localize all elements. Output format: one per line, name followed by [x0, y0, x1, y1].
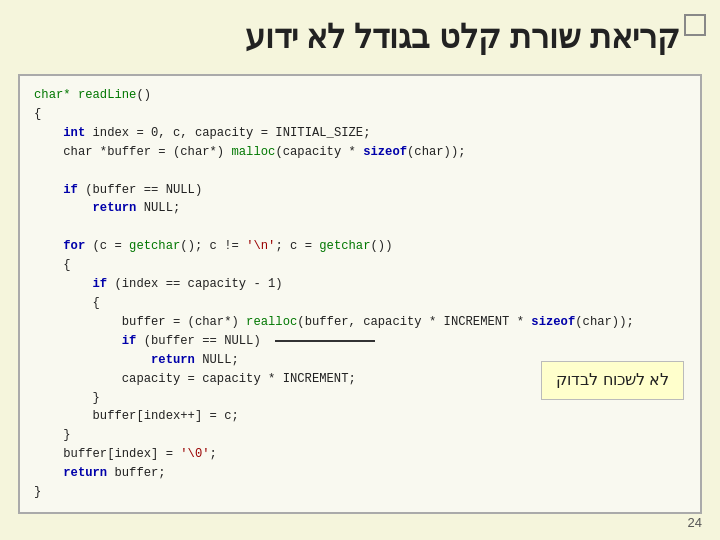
title-area: קריאת שורת קלט בגודל לא ידוע [0, 0, 720, 66]
tooltip-box: לא לשכוח לבדוק [541, 361, 684, 400]
page-number: 24 [688, 515, 702, 530]
code-line-18: buffer[index++] = c; [34, 407, 686, 426]
code-line-22: } [34, 483, 686, 502]
code-line-4: char *buffer = (char*) malloc(capacity *… [34, 143, 686, 162]
code-line-21: return buffer; [34, 464, 686, 483]
code-token: malloc [231, 145, 275, 159]
code-line-7: return NULL; [34, 199, 686, 218]
code-string: '\0' [180, 447, 209, 461]
code-string: '\n' [246, 239, 275, 253]
code-block: char* readLine() { int index = 0, c, cap… [18, 74, 702, 514]
code-keyword: return [63, 466, 107, 480]
code-line-9: for (c = getchar(); c != '\n'; c = getch… [34, 237, 686, 256]
code-token: char* [34, 88, 71, 102]
title-box [684, 14, 706, 36]
code-token: readLine [78, 88, 137, 102]
code-line-11: if (index == capacity - 1) [34, 275, 686, 294]
code-line-6: if (buffer == NULL) [34, 181, 686, 200]
code-token: getchar [319, 239, 370, 253]
code-line-3: int index = 0, c, capacity = INITIAL_SIZ… [34, 124, 686, 143]
code-token: getchar [129, 239, 180, 253]
code-line-14: if (buffer == NULL) [34, 332, 686, 351]
code-line-13: buffer = (char*) realloc(buffer, capacit… [34, 313, 686, 332]
code-keyword: sizeof [363, 145, 407, 159]
code-keyword: for [63, 239, 85, 253]
code-keyword: int [63, 126, 85, 140]
code-line-2: { [34, 105, 686, 124]
code-keyword: return [151, 353, 195, 367]
code-keyword: return [93, 201, 137, 215]
code-keyword: if [122, 334, 137, 348]
code-line-5 [34, 162, 686, 181]
code-line-19: } [34, 426, 686, 445]
tooltip-text: לא לשכוח לבדוק [556, 371, 669, 388]
code-token: () [136, 88, 151, 102]
code-token: realloc [246, 315, 297, 329]
code-keyword: sizeof [531, 315, 575, 329]
slide: קריאת שורת קלט בגודל לא ידוע char* readL… [0, 0, 720, 540]
code-keyword: if [63, 183, 78, 197]
code-line-8 [34, 218, 686, 237]
code-line-20: buffer[index] = '\0'; [34, 445, 686, 464]
code-line-10: { [34, 256, 686, 275]
code-line-1: char* readLine() [34, 86, 686, 105]
page-title: קריאת שורת קלט בגודל לא ידוע [245, 19, 680, 55]
code-keyword: if [93, 277, 108, 291]
code-line-12: { [34, 294, 686, 313]
